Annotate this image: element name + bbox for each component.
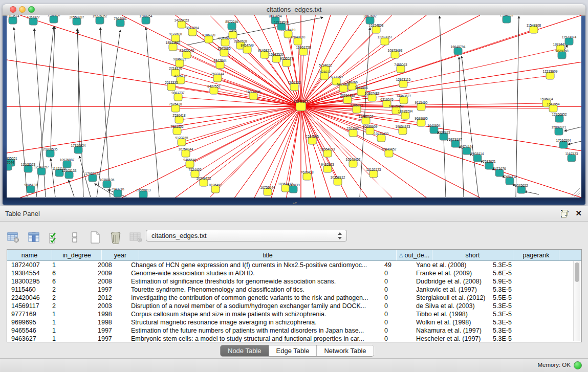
graph-node[interactable]	[63, 161, 71, 168]
window-titlebar[interactable]: citations_edges.txt	[3, 4, 585, 16]
graph-node[interactable]	[366, 127, 374, 135]
graph-node[interactable]	[372, 26, 380, 33]
table-row[interactable]: 946554611997Estimation of the future num…	[7, 326, 581, 335]
graph-node[interactable]	[188, 29, 197, 36]
graph-node[interactable]	[549, 105, 557, 112]
graph-node[interactable]	[260, 51, 269, 58]
close-panel-icon[interactable]: ✕	[575, 209, 582, 218]
graph-node[interactable]	[517, 186, 526, 193]
graph-node[interactable]	[73, 18, 81, 25]
graph-node[interactable]	[200, 179, 208, 186]
graph-node[interactable]	[294, 38, 302, 45]
graph-node[interactable]	[289, 186, 297, 193]
delete-table-button[interactable]	[129, 231, 143, 244]
graph-node[interactable]	[366, 17, 374, 24]
table-row[interactable]: 1872400712008Changes of HCN gene express…	[7, 261, 581, 269]
table-row[interactable]: 1830029562008Estimation of significance …	[7, 277, 581, 286]
graph-node[interactable]	[568, 155, 576, 162]
column-header-out_de[interactable]: △out_de...	[397, 250, 432, 260]
graph-node[interactable]	[530, 26, 538, 33]
graph-node[interactable]	[454, 48, 462, 55]
column-header-short[interactable]: short	[432, 250, 513, 260]
graph-node[interactable]	[174, 94, 182, 101]
graph-node[interactable]	[24, 165, 32, 172]
graph-node[interactable]	[559, 141, 568, 148]
network-canvas[interactable]: 3912954142200539127508185438622242004698…	[7, 15, 581, 198]
graph-node[interactable]	[178, 139, 186, 146]
column-header-title[interactable]: title	[139, 250, 397, 260]
graph-node[interactable]	[27, 186, 35, 193]
graph-node[interactable]	[173, 127, 181, 135]
graph-node[interactable]	[74, 146, 82, 154]
table-row[interactable]: 1456911722003Disruption of a novel membe…	[7, 302, 581, 310]
graph-node[interactable]	[169, 43, 177, 51]
graph-node[interactable]	[349, 129, 357, 137]
graph-node[interactable]	[65, 171, 73, 179]
graph-node[interactable]	[323, 165, 332, 172]
graph-node[interactable]	[417, 103, 425, 111]
graph-node[interactable]	[555, 115, 563, 122]
graph-node[interactable]	[178, 21, 186, 28]
graph-node[interactable]	[323, 150, 332, 157]
graph-node[interactable]	[401, 112, 409, 119]
graph-node[interactable]	[353, 106, 361, 113]
graph-node[interactable]	[29, 18, 37, 25]
graph-node[interactable]	[308, 137, 316, 144]
table-row[interactable]: 2242004622012Investigating the contribut…	[7, 294, 581, 302]
graph-node[interactable]	[46, 150, 54, 157]
graph-node[interactable]	[546, 72, 554, 79]
graph-node[interactable]	[277, 23, 286, 30]
table-row[interactable]: 911546021997Tourette syndrome. Phenomeno…	[7, 286, 581, 294]
graph-node[interactable]	[7, 163, 12, 170]
column-header-name[interactable]: name	[7, 250, 52, 260]
table-row[interactable]: 969969511998Structural magnetic resonanc…	[7, 318, 581, 326]
select-rows-button[interactable]	[48, 231, 61, 244]
graph-node[interactable]	[397, 65, 405, 73]
graph-node[interactable]	[290, 83, 298, 91]
column-header-in_degree[interactable]: in_degree	[52, 250, 102, 260]
table-scrollbar[interactable]	[573, 261, 580, 341]
graph-node[interactable]	[303, 173, 311, 180]
graph-node[interactable]	[296, 102, 306, 111]
graph-node[interactable]	[463, 147, 471, 155]
graph-node[interactable]	[114, 190, 122, 197]
float-panel-icon[interactable]	[561, 210, 569, 217]
graph-node[interactable]	[228, 23, 236, 30]
graph-node[interactable]	[368, 94, 376, 101]
graph-node[interactable]	[320, 73, 329, 80]
create-column-button[interactable]	[89, 231, 102, 244]
graph-node[interactable]	[451, 140, 460, 147]
column-visibility-button[interactable]	[27, 231, 40, 244]
graph-node[interactable]	[334, 178, 342, 185]
graph-node[interactable]	[176, 60, 184, 67]
table-row[interactable]: 946362711997Embryonic stem cells: a mode…	[7, 335, 581, 342]
graph-node[interactable]	[171, 105, 180, 112]
tab-edge-table[interactable]: Edge Table	[269, 345, 317, 356]
graph-node[interactable]	[272, 55, 280, 62]
graph-node[interactable]	[343, 96, 352, 103]
graph-node[interactable]	[440, 133, 448, 140]
graph-node[interactable]	[391, 51, 399, 58]
graph-node[interactable]	[210, 87, 218, 94]
tab-node-table[interactable]: Node Table	[221, 345, 269, 356]
column-header-pagerank[interactable]: pagerank	[513, 250, 559, 260]
graph-node[interactable]	[186, 161, 194, 168]
graph-node[interactable]	[175, 116, 183, 123]
table-row[interactable]: 977716911998Corpus callosum shape and si…	[7, 310, 581, 318]
graph-node[interactable]	[385, 150, 393, 157]
graph-node[interactable]	[473, 155, 482, 162]
graph-node[interactable]	[558, 52, 566, 59]
graph-node[interactable]	[485, 162, 493, 169]
graph-node[interactable]	[399, 127, 407, 135]
graph-node[interactable]	[116, 19, 124, 27]
graph-node[interactable]	[213, 75, 222, 82]
graph-node[interactable]	[229, 31, 237, 38]
graph-node[interactable]	[167, 83, 176, 91]
graph-node[interactable]	[50, 16, 58, 23]
graph-node[interactable]	[96, 17, 104, 24]
row-height-button[interactable]	[68, 231, 81, 244]
graph-node[interactable]	[399, 80, 407, 87]
column-header-year[interactable]: year	[102, 250, 139, 260]
graph-node[interactable]	[503, 16, 511, 23]
graph-node[interactable]	[9, 17, 17, 24]
